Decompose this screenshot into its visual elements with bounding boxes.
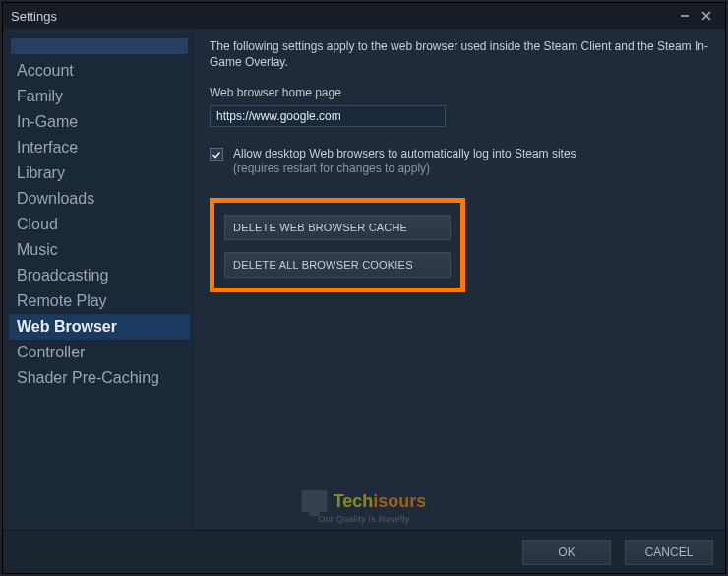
- auto-login-row: Allow desktop Web browsers to automatica…: [210, 147, 711, 176]
- highlight-box: DELETE WEB BROWSER CACHE DELETE ALL BROW…: [210, 198, 465, 292]
- sidebar-item-web-browser[interactable]: Web Browser: [9, 314, 190, 340]
- sidebar-item-label: Library: [17, 164, 65, 181]
- delete-cache-button[interactable]: DELETE WEB BROWSER CACHE: [224, 215, 451, 240]
- sidebar-item-remote-play[interactable]: Remote Play: [9, 288, 190, 314]
- ok-button[interactable]: OK: [522, 540, 611, 565]
- sidebar-item-interface[interactable]: Interface: [9, 135, 190, 160]
- sidebar-item-label: Family: [17, 88, 63, 104]
- minimize-button[interactable]: [674, 5, 696, 27]
- settings-window: Settings Account Family In-Game Interfac…: [2, 2, 726, 574]
- sidebar-item-label: Interface: [17, 139, 78, 156]
- sidebar-item-label: Shader Pre-Caching: [17, 369, 159, 386]
- sidebar-item-label: Account: [17, 62, 74, 79]
- sidebar-item-label: Music: [17, 241, 58, 258]
- sidebar-header-spacer: [11, 38, 188, 54]
- home-page-input[interactable]: [210, 105, 446, 127]
- sidebar-item-account[interactable]: Account: [9, 58, 190, 84]
- cancel-button[interactable]: CANCEL: [625, 540, 713, 565]
- content-pane: The following settings apply to the web …: [194, 29, 725, 530]
- sidebar-item-label: Cloud: [17, 216, 58, 232]
- auto-login-label: Allow desktop Web browsers to automatica…: [233, 147, 576, 176]
- settings-sidebar: Account Family In-Game Interface Library…: [3, 29, 194, 530]
- sidebar-item-library[interactable]: Library: [9, 160, 190, 186]
- sidebar-item-label: Broadcasting: [17, 267, 108, 284]
- button-label: DELETE ALL BROWSER COOKIES: [233, 259, 413, 271]
- sidebar-item-label: Remote Play: [17, 292, 107, 309]
- sidebar-item-cloud[interactable]: Cloud: [9, 212, 190, 237]
- check-icon: [212, 150, 221, 160]
- button-label: OK: [558, 545, 575, 559]
- sidebar-item-label: Downloads: [17, 190, 94, 207]
- delete-cookies-button[interactable]: DELETE ALL BROWSER COOKIES: [224, 252, 451, 278]
- sidebar-item-label: In-Game: [17, 113, 78, 130]
- sidebar-item-music[interactable]: Music: [9, 237, 190, 263]
- sidebar-item-broadcasting[interactable]: Broadcasting: [9, 263, 190, 288]
- auto-login-checkbox[interactable]: [210, 148, 223, 161]
- sidebar-item-controller[interactable]: Controller: [9, 340, 190, 365]
- button-label: DELETE WEB BROWSER CACHE: [233, 222, 407, 233]
- checkbox-main-text: Allow desktop Web browsers to automatica…: [233, 147, 576, 160]
- sidebar-item-label: Web Browser: [17, 318, 117, 335]
- home-page-label: Web browser home page: [210, 86, 711, 99]
- window-title: Settings: [11, 9, 57, 24]
- sidebar-item-in-game[interactable]: In-Game: [9, 109, 190, 135]
- button-label: CANCEL: [645, 545, 694, 559]
- footer: OK CANCEL: [3, 530, 725, 573]
- description-text: The following settings apply to the web …: [210, 38, 711, 70]
- sidebar-item-downloads[interactable]: Downloads: [9, 186, 190, 212]
- checkbox-sub-text: (requires restart for changes to apply): [233, 161, 430, 175]
- titlebar: Settings: [3, 3, 725, 29]
- sidebar-item-family[interactable]: Family: [9, 84, 190, 109]
- sidebar-item-shader-pre-caching[interactable]: Shader Pre-Caching: [9, 365, 190, 391]
- close-button[interactable]: [696, 5, 717, 27]
- body: Account Family In-Game Interface Library…: [3, 29, 725, 530]
- sidebar-item-label: Controller: [17, 344, 85, 360]
